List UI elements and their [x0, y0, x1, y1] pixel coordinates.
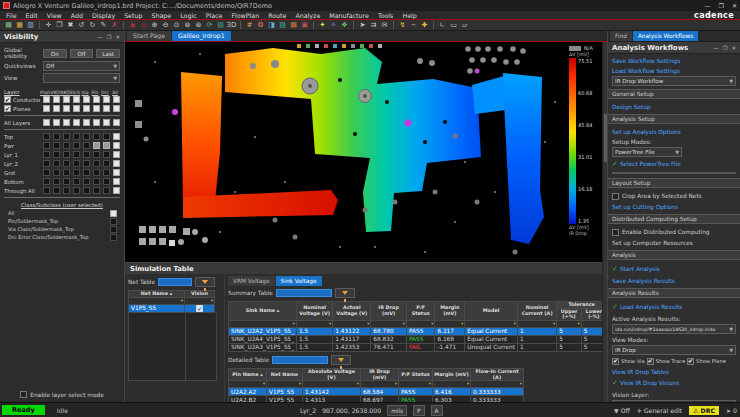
vis-cell-through-all-plan[interactable]	[43, 187, 50, 194]
show-trace-checkbox[interactable]	[647, 358, 654, 365]
setup-computer-resources-link[interactable]: Set up Computer Resources	[612, 240, 736, 246]
filter-cell[interactable]: ·▾	[399, 381, 433, 388]
setup-cutting-options-link[interactable]: Set up Cutting Options	[612, 204, 736, 210]
filter-status[interactable]: Off	[621, 407, 630, 414]
units-button[interactable]: mils	[387, 405, 407, 416]
menu-shape[interactable]: Shape	[151, 12, 171, 19]
copy-icon[interactable]: ❐	[54, 21, 65, 30]
enable-layer-select-checkbox[interactable]	[20, 391, 27, 398]
maximize-button[interactable]: ❐	[719, 2, 724, 9]
load-workflow-settings-link[interactable]: Load Workflow Settings	[612, 68, 736, 74]
vis-cell-all-layers-plan[interactable]	[43, 119, 50, 126]
planes-checkbox[interactable]	[4, 105, 11, 112]
zoom-out-icon[interactable]: ⊖	[160, 21, 171, 30]
detailed-search-input[interactable]	[272, 356, 328, 364]
vis-cell-conductors-rko[interactable]	[63, 96, 70, 103]
vis-cell-lyr-1-vko[interactable]	[53, 151, 60, 158]
filter-cell[interactable]: ·▾	[229, 320, 297, 327]
zoom-in-icon[interactable]: ⊕	[149, 21, 160, 30]
column-header[interactable]: Margin (mV)	[433, 368, 471, 380]
crop-area-checkbox[interactable]	[612, 193, 619, 200]
drc-status-badge[interactable]: ⚠DRC	[689, 406, 719, 415]
p-button[interactable]: P	[413, 405, 425, 416]
save-drawing-icon[interactable]: ▥	[25, 21, 36, 30]
section-distributed-computing[interactable]: Distributed Computing Setup	[608, 214, 740, 224]
vertex-edit-icon[interactable]: ✚	[419, 21, 430, 30]
class-cell-via-class-soldermask-top[interactable]	[110, 226, 117, 233]
vis-cell-bottom-rko[interactable]	[63, 178, 70, 185]
text-edit-icon[interactable]: ▭	[448, 21, 459, 30]
view-ir-drop-visions-link[interactable]: View IR Drop Visions	[620, 380, 679, 386]
vis-cell-planes-plan[interactable]	[43, 105, 50, 112]
column-header[interactable]: P/F Status	[399, 368, 433, 380]
quickviews-select[interactable]: Off▼	[43, 61, 120, 71]
panel-float-icon[interactable]: ❐	[106, 34, 111, 40]
show-plane-checkbox[interactable]	[687, 358, 694, 365]
vis-cell-pwr-drc[interactable]	[103, 142, 110, 149]
vis-cell-lyr-1-all[interactable]	[113, 151, 120, 158]
column-header[interactable]: Pin Name ▴	[229, 368, 267, 380]
section-analysis-setup[interactable]: Analysis Setup	[608, 114, 740, 124]
view-ir-drop-tables-link[interactable]: View IR Drop Tables	[612, 369, 736, 375]
table-row[interactable]: SINK_U2A4_V1P5_S5_1.51.4311768.832PASS6.…	[229, 335, 607, 343]
table-row[interactable]: U2A2.A2V1P5_S51.4314268.584PASS6.4160.33…	[229, 388, 524, 396]
redo-icon[interactable]: ↻	[87, 21, 98, 30]
vis-cell-lyr-2-pin[interactable]	[93, 160, 100, 167]
view-mode-select[interactable]: IR Drop▼	[612, 345, 736, 355]
vis-cell-gnd-vko[interactable]	[53, 169, 60, 176]
vis-cell-gnd-drc[interactable]	[103, 169, 110, 176]
new-drawing-icon[interactable]: ▤	[3, 21, 14, 30]
close-button[interactable]: ✕	[732, 2, 737, 9]
redraw-icon[interactable]: ⟳	[204, 21, 215, 30]
active-results-select[interactable]: ida.run/irdrop/#1aaaaaz14620_irdrop.irid…	[612, 324, 736, 334]
design-canvas[interactable]: N/A ΔV [mV] 75.5160.6845.8431.0116.181.3…	[125, 42, 607, 262]
vis-cell-top-vko[interactable]	[53, 133, 60, 140]
route-edit-icon[interactable]: ~	[408, 21, 419, 30]
column-header[interactable]: Upper (+%)	[557, 308, 581, 320]
column-header[interactable]: Model	[465, 302, 518, 321]
pcb-board-svg[interactable]	[125, 42, 607, 262]
vis-cell-planes-pin[interactable]	[93, 105, 100, 112]
column-header[interactable]: Vision	[185, 291, 215, 298]
class-cell-drc-error-class-soldermask-top[interactable]	[110, 234, 117, 241]
setup-mode-select[interactable]: PowerTree File▼	[612, 147, 682, 157]
vis-cell-all-layers-via[interactable]	[83, 119, 90, 126]
vis-cell-planes-via[interactable]	[83, 105, 90, 112]
vis-cell-all-layers-etch[interactable]	[73, 119, 80, 126]
menu-help[interactable]: Help	[402, 12, 416, 19]
drafting-icon[interactable]: ▱	[459, 21, 470, 30]
vision-manager-icon[interactable]: ◨	[266, 21, 277, 30]
filter-cell[interactable]: ·▾	[303, 381, 361, 388]
powertree-file-input[interactable]: PowerTree/v1p5.pwt	[612, 172, 736, 174]
drc-browser-icon[interactable]: ▣	[299, 21, 310, 30]
column-header[interactable]: Sink Name ▴	[229, 302, 297, 321]
vis-cell-bottom-pin[interactable]	[93, 178, 100, 185]
panel-close-icon[interactable]: ✕	[731, 45, 736, 51]
notes-icon[interactable]: ✉	[379, 21, 390, 30]
a-button[interactable]: A	[431, 405, 443, 416]
panel-float-icon[interactable]: ❐	[722, 45, 727, 51]
filter-cell[interactable]: ·▾	[557, 320, 581, 327]
filter-cell[interactable]: ·▾	[129, 297, 185, 304]
menu-edit[interactable]: Edit	[26, 12, 38, 19]
filter-cell[interactable]: ·▾	[406, 320, 434, 327]
vis-cell-lyr-2-plan[interactable]	[43, 160, 50, 167]
tab-analysis-workflows[interactable]: Analysis Workflows	[633, 31, 698, 41]
zoom-fit-icon[interactable]: ◎	[138, 21, 149, 30]
filter-cell[interactable]: ·▾	[185, 297, 215, 304]
vis-cell-pwr-all[interactable]	[113, 142, 120, 149]
vis-cell-lyr-1-drc[interactable]	[103, 151, 110, 158]
global-off-button[interactable]: Off	[70, 49, 94, 58]
design-setup-link[interactable]: Design Setup	[612, 104, 736, 110]
menu-display[interactable]: Display	[92, 12, 115, 19]
vis-cell-top-all[interactable]	[113, 133, 120, 140]
unfix-icon[interactable]: ✗	[109, 21, 120, 30]
zoom-world-icon[interactable]: ⊚	[182, 21, 193, 30]
column-header[interactable]: IR Drop (mV)	[371, 302, 407, 321]
table-row[interactable]: V1P5_S5✔	[129, 304, 215, 312]
vis-cell-through-all-vko[interactable]	[53, 187, 60, 194]
menu-flowplan[interactable]: FlowPlan	[231, 12, 259, 19]
vis-cell-top-rko[interactable]	[63, 133, 70, 140]
net-filter-button[interactable]	[195, 277, 215, 287]
panel-minimize-icon[interactable]: —	[713, 45, 719, 51]
